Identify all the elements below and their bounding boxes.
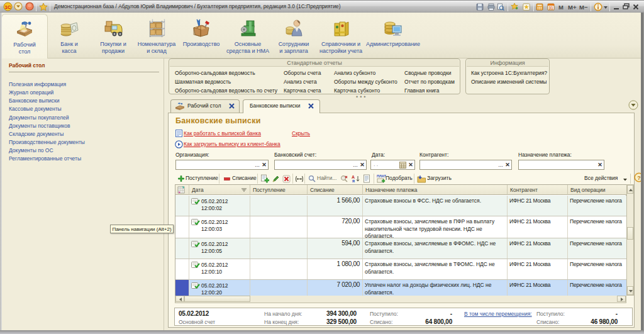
svg-text:1С: 1С (4, 4, 11, 10)
svg-text:я: я (352, 179, 355, 183)
svg-text:?: ? (637, 175, 641, 181)
svg-text:ПЛАТ: ПЛАТ (377, 174, 386, 178)
svg-text:31: 31 (548, 6, 553, 10)
